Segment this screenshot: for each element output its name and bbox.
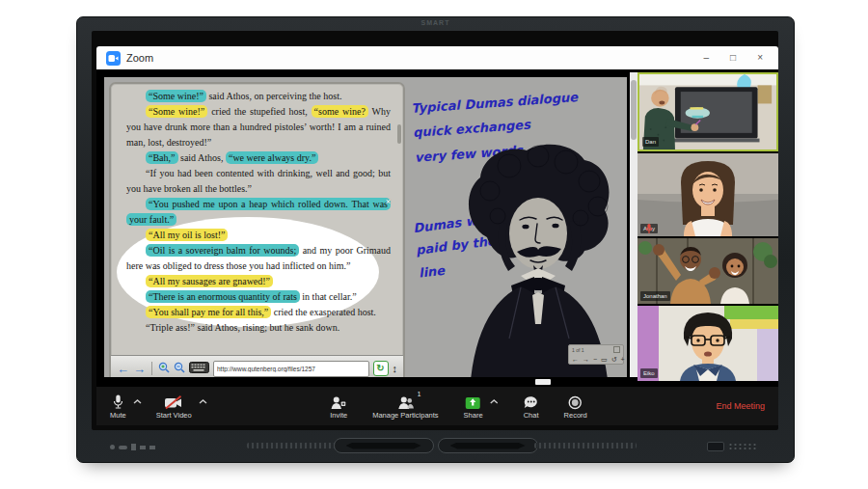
stylus-pen[interactable] (450, 443, 526, 449)
muted-mic-icon (640, 224, 658, 233)
zoom-window: Zoom – □ × × “Some (96, 46, 778, 425)
document-paragraph: “Bah,” said Athos, “we were always dry.” (126, 150, 391, 166)
highlight-cyan: “Bah,” (146, 151, 178, 164)
speaker-grille (534, 443, 637, 448)
meeting-toolbar: Mute Start Video (96, 387, 778, 425)
document-paragraph: “All my oil is lost!” (126, 228, 391, 243)
text-run: said Athos, (178, 152, 226, 163)
text-run: cried the exasperated host. (271, 307, 376, 317)
highlight-cyan: “You pushed me upon a heap which rolled … (126, 198, 391, 226)
participant-name-badge: Eiko (640, 368, 658, 378)
participants-icon: 1 (396, 394, 414, 410)
manage-participants-button[interactable]: 1 Manage Participants (372, 394, 438, 420)
participant-name: Dan (645, 139, 656, 145)
highlight-cyan: “we were always dry.” (226, 151, 318, 164)
minimize-palette-icon[interactable]: − (593, 356, 597, 363)
meeting-actions: Invite 1 Manage Participants (330, 394, 587, 420)
document-viewer: × “Some wine!” said Athos, on perceiving… (109, 82, 405, 377)
participant-name-badge: Jonathan (640, 291, 670, 301)
back-button[interactable]: ← (117, 363, 129, 375)
share-label: Share (464, 412, 483, 420)
zoom-out-icon[interactable] (174, 360, 185, 377)
microphone-icon (112, 394, 124, 410)
text-run: “Triple ass!” said Athos, rising; but he… (146, 322, 339, 333)
camera-off-icon (164, 394, 183, 410)
participant-name-badge: Amy (640, 224, 658, 233)
keyboard-icon[interactable] (189, 360, 209, 377)
document-paragraph: “Triple ass!” said Athos, rising; but he… (126, 320, 391, 336)
hdmi-port (131, 444, 136, 450)
share-button[interactable]: Share (464, 394, 483, 420)
resize-icon[interactable]: ↕ (393, 364, 398, 374)
minimize-button[interactable]: – (704, 53, 710, 63)
meeting-content: × “Some wine!” said Athos, on perceiving… (96, 69, 778, 387)
shared-screen-region: × “Some wine!” said Athos, on perceiving… (96, 69, 630, 387)
video-tile-student[interactable]: Eiko (637, 306, 778, 381)
participants-label: Manage Participants (372, 412, 438, 420)
document-scrollbar[interactable] (397, 88, 401, 351)
pen-tray-left[interactable] (334, 438, 434, 453)
end-meeting-button[interactable]: End Meeting (716, 401, 765, 411)
participant-count: 1 (418, 392, 421, 398)
document-paragraph: “Some wine!” cried the stupefied host, “… (126, 104, 391, 150)
maximize-button[interactable]: □ (730, 53, 736, 63)
pen-tray-right[interactable] (438, 438, 538, 453)
document-scroll-handle[interactable] (397, 124, 401, 144)
undo-icon[interactable]: ↺ (611, 356, 617, 363)
next-page-icon[interactable]: → (583, 356, 589, 363)
forward-button[interactable]: → (133, 363, 146, 375)
participant-name: Eiko (643, 370, 655, 376)
highlight-yellow: “Some wine!” (146, 105, 207, 118)
window-palette-icon[interactable]: ▭ (601, 356, 608, 363)
participant-name-badge: Dan (642, 137, 659, 147)
refresh-button[interactable]: ↻ (373, 361, 389, 376)
zoom-in-icon[interactable] (158, 360, 170, 377)
invite-button[interactable]: Invite (330, 394, 347, 420)
document-paragraph: “There is an enormous quantity of rats i… (126, 289, 391, 305)
highlight-yellow: “All my sausages are gnawed!” (146, 275, 273, 287)
scrollbar-handle[interactable] (631, 80, 637, 140)
power-led (110, 445, 115, 449)
stylus-pen[interactable] (346, 443, 421, 449)
highlight-yellow: “some wine? (312, 105, 368, 118)
highlight-yellow: “All my oil is lost!” (146, 229, 228, 241)
home-button[interactable] (707, 442, 724, 451)
video-tile-teacher[interactable]: Dan (637, 72, 778, 151)
prev-page-icon[interactable]: ← (572, 356, 579, 363)
mute-options-chevron[interactable] (133, 399, 142, 404)
toolbar-divider (151, 362, 152, 375)
control-buttons (707, 442, 757, 451)
mute-label: Mute (110, 412, 126, 420)
smartboard-monitor: SMART Zoom – □ × (76, 16, 795, 463)
invite-label: Invite (330, 412, 347, 420)
text-run: “If you had been contented with drinking… (126, 168, 391, 194)
horizontal-scrollbar[interactable] (535, 379, 551, 385)
shared-whiteboard[interactable]: × “Some wine!” said Athos, on perceiving… (104, 77, 627, 377)
add-page-icon[interactable]: + (621, 356, 625, 363)
video-tile-jonathan[interactable]: Jonathan (637, 238, 778, 304)
video-options-chevron[interactable] (199, 399, 207, 404)
share-screen-icon (465, 394, 481, 410)
audio-video-controls: Mute Start Video (110, 394, 207, 420)
mute-button[interactable]: Mute (110, 394, 126, 420)
port (140, 446, 146, 449)
document-paragraph: “Some wine!” said Athos, on perceiving t… (126, 89, 391, 104)
annotation-delete-icon[interactable]: × (386, 198, 391, 206)
vertical-scrollbar[interactable] (630, 72, 637, 377)
document-paragraph: “Oil is a sovereign balm for wounds; and… (126, 243, 391, 274)
start-video-button[interactable]: Start Video (156, 394, 192, 420)
document-page[interactable]: × “Some wine!” said Athos, on perceiving… (111, 84, 403, 355)
share-options-chevron[interactable] (490, 399, 499, 404)
io-ports (110, 444, 155, 450)
chat-button[interactable]: Chat (524, 394, 539, 420)
video-tile-amy[interactable]: Amy (637, 153, 778, 236)
whiteboard-nav-palette: 1 of 1 ← → − ▭ ↺ + (568, 344, 624, 365)
palette-close-icon[interactable] (613, 346, 620, 353)
url-input[interactable] (213, 361, 369, 377)
record-button[interactable]: Record (564, 394, 587, 420)
highlight-cyan: “Oil is a sovereign balm for wounds; (146, 244, 299, 257)
close-button[interactable]: × (757, 53, 763, 63)
record-icon (568, 394, 583, 410)
start-video-label: Start Video (156, 412, 192, 420)
window-titlebar: Zoom – □ × (96, 46, 778, 69)
